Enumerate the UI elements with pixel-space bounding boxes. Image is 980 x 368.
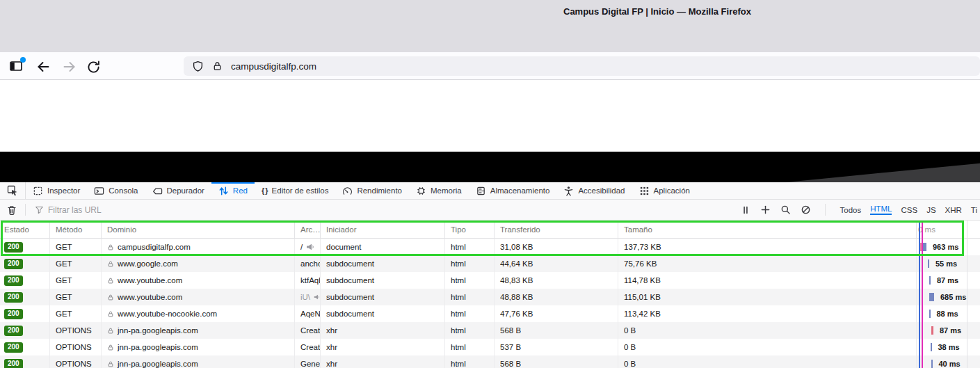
clear-requests-button[interactable]	[3, 205, 21, 216]
storage-icon	[476, 186, 486, 196]
lock-icon	[107, 260, 114, 268]
firefox-window: Campus Digital FP | Inicio — Mozilla Fir…	[0, 0, 980, 368]
waterfall-bar	[929, 310, 931, 318]
status-badge: 200	[4, 309, 23, 319]
reload-button[interactable]	[85, 58, 102, 75]
waterfall-bar	[928, 259, 929, 268]
toolbar-divider	[825, 204, 826, 216]
toolbar-divider	[25, 204, 26, 216]
application-icon	[639, 186, 650, 196]
waterfall-bar	[929, 293, 934, 301]
devtools-tab-inspector[interactable]: Inspector	[26, 182, 87, 199]
col-header-timeline[interactable]: 0 ms	[917, 221, 980, 238]
col-header-transferido[interactable]: Transferido	[495, 221, 618, 238]
lock-icon	[107, 360, 114, 368]
megaphone-icon	[314, 294, 320, 301]
status-badge: 200	[4, 342, 23, 353]
table-row[interactable]: 200 GET www.youtube.com iU\ subdocument …	[0, 289, 980, 305]
table-row[interactable]: 200 GET campusdigitalfp.com / document h…	[0, 239, 980, 255]
table-row[interactable]: 200 GET www.google.com anchor subdocumen…	[0, 255, 980, 272]
back-button[interactable]	[35, 58, 51, 75]
col-header-metodo[interactable]: Método	[50, 221, 102, 238]
status-badge: 200	[4, 275, 23, 286]
table-row[interactable]: 200 GET www.youtube.com ktfAqb subdocume…	[0, 272, 980, 289]
pause-icon[interactable]	[741, 205, 750, 215]
filter-chip-css[interactable]: CSS	[901, 206, 917, 214]
filter-chip-js[interactable]: JS	[926, 206, 935, 214]
network-icon	[218, 186, 229, 196]
col-header-dominio[interactable]: Dominio	[102, 221, 295, 238]
filter-chip-todos[interactable]: Todos	[840, 206, 861, 214]
lock-icon	[107, 310, 114, 318]
status-badge: 200	[4, 326, 23, 336]
col-header-tipo[interactable]: Tipo	[445, 221, 495, 238]
devtools-tab-editor-estilos[interactable]: { } Editor de estilos	[255, 182, 335, 199]
network-toolbar: Todos HTML CSS JS XHR Ti	[0, 200, 980, 221]
tab-strip: Campus Digital FP | Inicio ✕ +	[0, 25, 980, 52]
add-request-icon[interactable]	[760, 205, 771, 215]
filter-chip-ti[interactable]: Ti	[971, 206, 977, 214]
devtools-tab-almacenamiento[interactable]: Almacenamiento	[469, 182, 557, 199]
status-badge: 200	[4, 292, 23, 303]
debugger-icon	[152, 186, 163, 196]
lock-icon	[107, 243, 114, 251]
devtools-tab-red[interactable]: Red	[211, 182, 255, 199]
status-badge: 200	[4, 359, 23, 368]
status-badge: 200	[4, 259, 23, 269]
memory-icon	[416, 186, 426, 196]
waterfall-bar	[931, 360, 933, 368]
waterfall-bar	[931, 343, 932, 351]
window-titlebar: Campus Digital FP | Inicio — Mozilla Fir…	[0, 0, 980, 25]
element-picker-button[interactable]	[0, 182, 26, 199]
filter-funnel-icon	[30, 205, 48, 214]
url-text: campusdigitalfp.com	[231, 61, 316, 72]
url-bar[interactable]: campusdigitalfp.com	[184, 56, 980, 76]
waterfall-bar	[929, 276, 931, 285]
webpage-content: CAMPUS DIGITAL FP Estudia con nosotros/a…	[0, 80, 980, 152]
filter-chip-xhr[interactable]: XHR	[945, 206, 962, 214]
devtools-tab-consola[interactable]: Consola	[87, 182, 145, 199]
window-title: Campus Digital FP | Inicio — Mozilla Fir…	[563, 6, 751, 17]
block-icon[interactable]	[801, 205, 811, 215]
filter-url-input[interactable]	[48, 205, 257, 215]
col-header-estado[interactable]: Estado	[0, 221, 50, 238]
megaphone-icon	[306, 243, 314, 250]
performance-icon	[342, 186, 353, 196]
notification-dot	[20, 57, 26, 63]
lock-icon	[107, 327, 114, 335]
lock-icon	[107, 344, 114, 351]
table-header-row: Estado Método Dominio Arc… Iniciador Tip…	[0, 221, 980, 239]
style-editor-icon: { }	[262, 186, 268, 195]
status-badge: 200	[4, 242, 23, 253]
table-row[interactable]: 200 OPTIONS jnn-pa.googleapis.com Create…	[0, 339, 980, 355]
shield-icon[interactable]	[192, 61, 204, 72]
search-icon[interactable]	[780, 205, 791, 215]
table-row[interactable]: 200 GET www.youtube-nocookie.com AqeNU s…	[0, 305, 980, 322]
lock-icon	[107, 277, 114, 285]
network-table: Estado Método Dominio Arc… Iniciador Tip…	[0, 221, 980, 368]
accessibility-icon	[563, 186, 574, 196]
devtools-tab-depurador[interactable]: Depurador	[145, 182, 211, 199]
devtools-tab-accesibilidad[interactable]: Accesibilidad	[556, 182, 632, 199]
waterfall-bar	[920, 243, 926, 251]
table-row[interactable]: 200 OPTIONS jnn-pa.googleapis.com Create…	[0, 322, 980, 339]
devtools-tab-aplicacion[interactable]: Aplicación	[632, 182, 697, 199]
col-header-iniciador[interactable]: Iniciador	[321, 221, 445, 238]
devtools-tabbar: Inspector Consola Depurador	[0, 182, 980, 200]
forward-button[interactable]	[61, 58, 78, 75]
col-header-archivo[interactable]: Arc…	[295, 221, 321, 238]
console-icon	[94, 186, 104, 196]
devtools-tab-rendimiento[interactable]: Rendimiento	[335, 182, 409, 199]
devtools-tab-memoria[interactable]: Memoria	[409, 182, 469, 199]
inspector-icon	[33, 186, 43, 196]
filter-chip-html[interactable]: HTML	[870, 205, 892, 215]
table-row[interactable]: 200 OPTIONS jnn-pa.googleapis.com Genera…	[0, 355, 980, 368]
lock-icon[interactable]	[212, 61, 223, 72]
col-header-tamano[interactable]: Tamaño	[618, 221, 917, 238]
lock-icon	[107, 294, 114, 301]
waterfall-bar	[931, 326, 933, 335]
table-body: 200 GET campusdigitalfp.com / document h…	[0, 239, 980, 368]
